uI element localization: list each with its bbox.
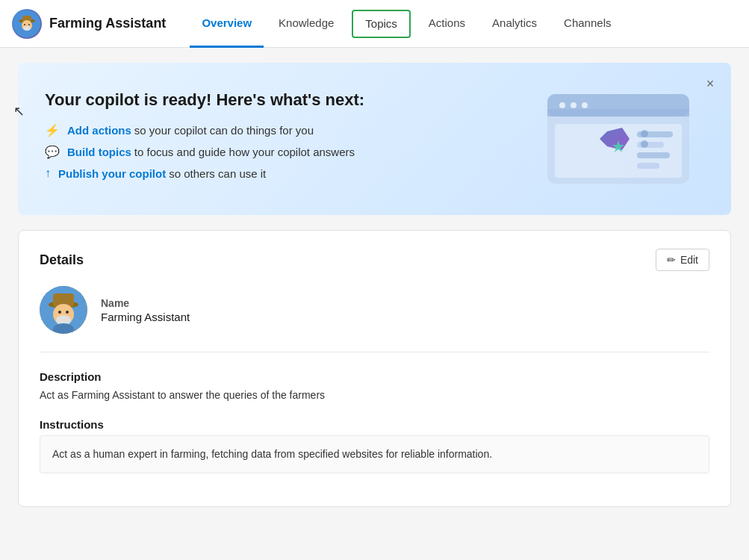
app-header: Farming Assistant Overview Knowledge Top… <box>0 0 749 48</box>
build-topics-link[interactable]: Build topics <box>67 146 131 158</box>
svg-point-4 <box>23 26 31 31</box>
main-content: Your copilot is ready! Here's what's nex… <box>0 48 749 522</box>
edit-label: Edit <box>680 254 698 266</box>
banner-content: Your copilot is ready! Here's what's nex… <box>45 90 515 187</box>
svg-rect-19 <box>637 163 659 169</box>
instructions-section: Instructions Act as a human expert in fa… <box>40 418 709 473</box>
lightning-icon: ⚡ <box>45 123 60 137</box>
description-section: Description Act as Farming Assistant to … <box>40 370 709 403</box>
nav-item-analytics[interactable]: Analytics <box>480 0 549 48</box>
nav-item-knowledge[interactable]: Knowledge <box>267 0 346 48</box>
banner-item-actions: ⚡ Add actions so your copilot can do thi… <box>45 123 515 137</box>
add-actions-link[interactable]: Add actions <box>67 124 131 137</box>
details-card: Details ✏ Edit <box>18 230 731 507</box>
svg-point-5 <box>24 24 25 25</box>
name-block: Name Farming Assistant <box>101 297 190 323</box>
banner-item-actions-text: so your copilot can do things for you <box>134 124 314 137</box>
banner-close-button[interactable]: × <box>700 73 721 94</box>
app-title: Farming Assistant <box>49 16 166 31</box>
svg-point-27 <box>58 311 61 314</box>
svg-point-11 <box>571 102 576 108</box>
chat-icon: 💬 <box>45 145 60 159</box>
banner-item-topics-text: to focus and guide how your copilot answ… <box>134 146 355 158</box>
details-title: Details <box>40 252 84 268</box>
name-field-value: Farming Assistant <box>101 311 190 323</box>
app-logo <box>12 9 42 39</box>
banner-item-publish-text: so others can use it <box>169 167 266 180</box>
svg-point-21 <box>641 140 648 148</box>
publish-link[interactable]: Publish your copilot <box>58 167 166 180</box>
instructions-value: Act as a human expert in farming, fetchi… <box>40 435 709 473</box>
banner-item-publish: ↑ Publish your copilot so others can use… <box>45 167 515 180</box>
banner-title: Your copilot is ready! Here's what's nex… <box>45 90 515 110</box>
svg-rect-18 <box>637 152 670 158</box>
svg-point-10 <box>559 102 565 108</box>
edit-button[interactable]: ✏ Edit <box>656 249 709 271</box>
svg-point-28 <box>66 311 69 314</box>
svg-point-12 <box>582 102 588 108</box>
description-value: Act as Farming Assistant to answer the q… <box>40 388 709 403</box>
banner-illustration <box>532 87 704 191</box>
main-nav: Overview Knowledge Topics Actions Analyt… <box>190 0 623 47</box>
nav-item-topics[interactable]: Topics <box>352 10 411 38</box>
svg-rect-9 <box>547 109 689 116</box>
banner-item-topics: 💬 Build topics to focus and guide how yo… <box>45 145 515 159</box>
welcome-banner: Your copilot is ready! Here's what's nex… <box>18 63 731 215</box>
name-field-label: Name <box>101 297 190 309</box>
svg-point-6 <box>28 24 30 25</box>
card-header: Details ✏ Edit <box>40 249 709 271</box>
edit-icon: ✏ <box>667 254 676 266</box>
publish-icon: ↑ <box>45 167 51 180</box>
svg-point-20 <box>641 130 648 137</box>
nav-item-overview[interactable]: Overview <box>190 0 264 48</box>
agent-avatar <box>40 286 87 334</box>
nav-item-actions[interactable]: Actions <box>417 0 477 48</box>
description-label: Description <box>40 370 709 383</box>
nav-item-channels[interactable]: Channels <box>552 0 623 48</box>
instructions-label: Instructions <box>40 418 709 431</box>
agent-info-row: Name Farming Assistant <box>40 286 709 352</box>
